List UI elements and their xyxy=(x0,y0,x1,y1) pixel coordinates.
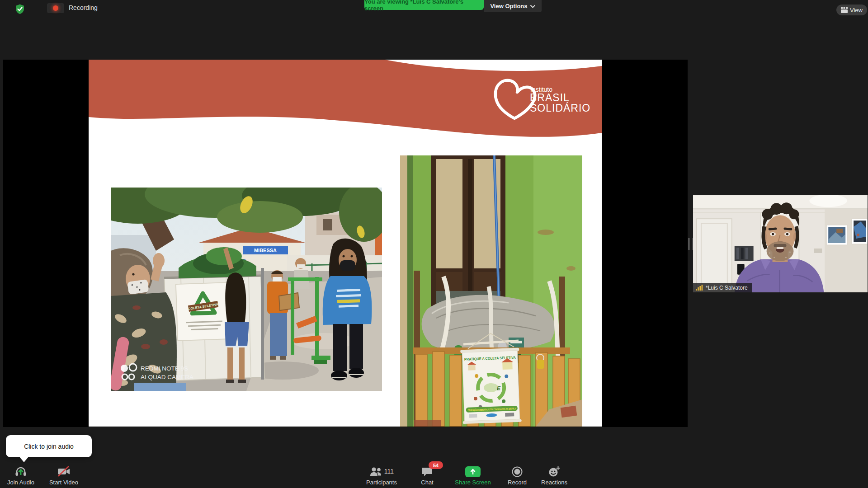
video-camera-off-icon xyxy=(57,465,70,477)
join-audio-label: Join Audio xyxy=(7,479,34,486)
photo-street-recycling: MIBESSA xyxy=(111,188,382,391)
participants-icon xyxy=(369,466,382,476)
start-video-button[interactable]: Start Video xyxy=(43,465,84,486)
logo-line3: SOLIDÁRIO xyxy=(530,102,590,114)
tooltip-text: Click to join audio xyxy=(24,443,74,450)
presentation-slide: Instituto BRASIL SOLIDÁRIO MIBES xyxy=(89,60,602,427)
participants-count: 111 xyxy=(384,468,394,475)
record-label: Record xyxy=(508,479,527,486)
view-options-button[interactable]: View Options xyxy=(484,0,542,12)
photo-pallet-crate: PRATIQUE A COLETA SELETIVA E EDUCAÇÃO AM… xyxy=(400,155,582,427)
chat-button[interactable]: 54 Chat xyxy=(412,465,442,486)
record-icon xyxy=(512,466,523,477)
share-screen-button[interactable]: Share Screen xyxy=(448,465,498,486)
speaker-video-scene xyxy=(693,195,868,292)
headset-icon xyxy=(14,465,28,477)
participants-label: Participants xyxy=(366,479,397,486)
chevron-down-icon xyxy=(530,5,535,8)
tooltip-arrow xyxy=(19,457,28,462)
join-audio-button[interactable]: Join Audio xyxy=(3,465,39,486)
meeting-toolbar: Join Audio Start Video xyxy=(0,463,868,488)
recording-indicator xyxy=(47,3,64,13)
reactions-smiley-icon xyxy=(548,466,560,477)
signal-bars-icon xyxy=(696,285,703,291)
chat-unread-badge: 54 xyxy=(429,461,443,469)
recording-dot-icon xyxy=(53,5,58,11)
zoom-meeting-window: Recording You are viewing *Luis C Salvat… xyxy=(0,0,868,488)
share-screen-icon xyxy=(465,466,481,477)
recycling-poster: PRATIQUE A COLETA SELETIVA E EDUCAÇÃO AM… xyxy=(460,348,522,424)
shop-sign-text: MIBESSA xyxy=(254,248,277,253)
svg-text:E: E xyxy=(497,385,501,391)
participant-video[interactable]: *Luis C Salvatore xyxy=(693,195,868,292)
meeting-topbar: Recording You are viewing *Luis C Salvat… xyxy=(0,0,868,14)
record-button[interactable]: Record xyxy=(503,465,532,486)
chat-label: Chat xyxy=(421,479,433,486)
join-audio-tooltip: Click to join audio xyxy=(6,435,92,457)
watermark-line1: REDMI NOTE 9S xyxy=(141,365,188,372)
start-video-label: Start Video xyxy=(49,479,78,486)
watermark-line2: AI QUAD CAMERA xyxy=(141,374,193,380)
view-button-label: View xyxy=(850,7,863,14)
share-screen-label: Share Screen xyxy=(455,479,491,486)
participant-name-tag: *Luis C Salvatore xyxy=(693,283,752,292)
reactions-label: Reactions xyxy=(541,479,567,486)
reactions-button[interactable]: Reactions xyxy=(536,465,572,486)
slide-header-wave: Instituto BRASIL SOLIDÁRIO xyxy=(89,60,602,148)
participant-name: *Luis C Salvatore xyxy=(706,285,748,291)
viewing-screen-banner: You are viewing *Luis C Salvatore's scre… xyxy=(364,0,484,10)
participants-button[interactable]: 111 Participants xyxy=(361,465,402,486)
view-button[interactable]: View xyxy=(836,5,867,15)
view-options-label: View Options xyxy=(490,3,527,9)
recording-label: Recording xyxy=(69,4,98,11)
gallery-view-icon xyxy=(841,7,848,13)
security-shield-icon[interactable] xyxy=(14,4,25,14)
